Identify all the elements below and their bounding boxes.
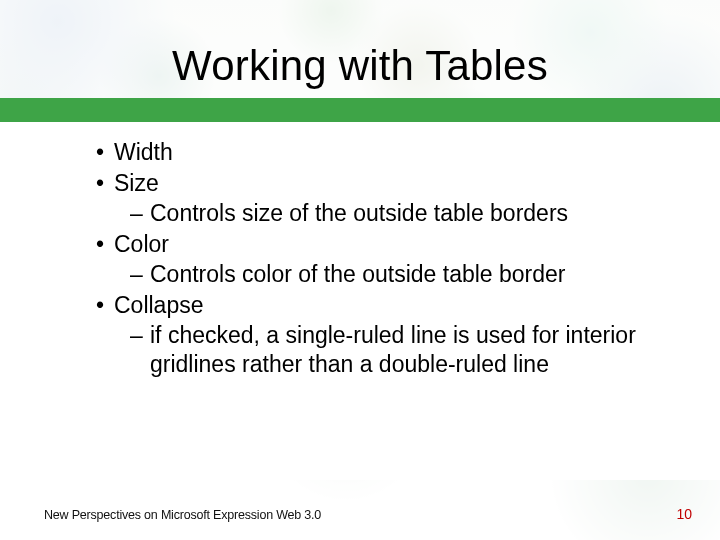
bullet-collapse: Collapse	[96, 291, 660, 320]
bullet-color: Color	[96, 230, 660, 259]
footer-source: New Perspectives on Microsoft Expression…	[44, 508, 321, 522]
bullet-label: Width	[114, 139, 173, 165]
subbullet-size-desc: Controls size of the outside table borde…	[130, 199, 660, 228]
title-area: Working with Tables	[0, 0, 720, 90]
subbullet-text: Controls color of the outside table bord…	[150, 261, 566, 287]
footer: New Perspectives on Microsoft Expression…	[0, 506, 720, 522]
content-body: Width Size Controls size of the outside …	[0, 122, 720, 480]
footer-page-number: 10	[676, 506, 692, 522]
slide-title: Working with Tables	[0, 42, 720, 90]
subbullet-text: if checked, a single-ruled line is used …	[150, 322, 636, 377]
subbullet-collapse-desc: if checked, a single-ruled line is used …	[130, 321, 660, 380]
subbullet-color-desc: Controls color of the outside table bord…	[130, 260, 660, 289]
bullet-label: Color	[114, 231, 169, 257]
bullet-width: Width	[96, 138, 660, 167]
bullet-size: Size	[96, 169, 660, 198]
accent-bar	[0, 98, 720, 122]
bullet-label: Collapse	[114, 292, 204, 318]
bullet-label: Size	[114, 170, 159, 196]
subbullet-text: Controls size of the outside table borde…	[150, 200, 568, 226]
